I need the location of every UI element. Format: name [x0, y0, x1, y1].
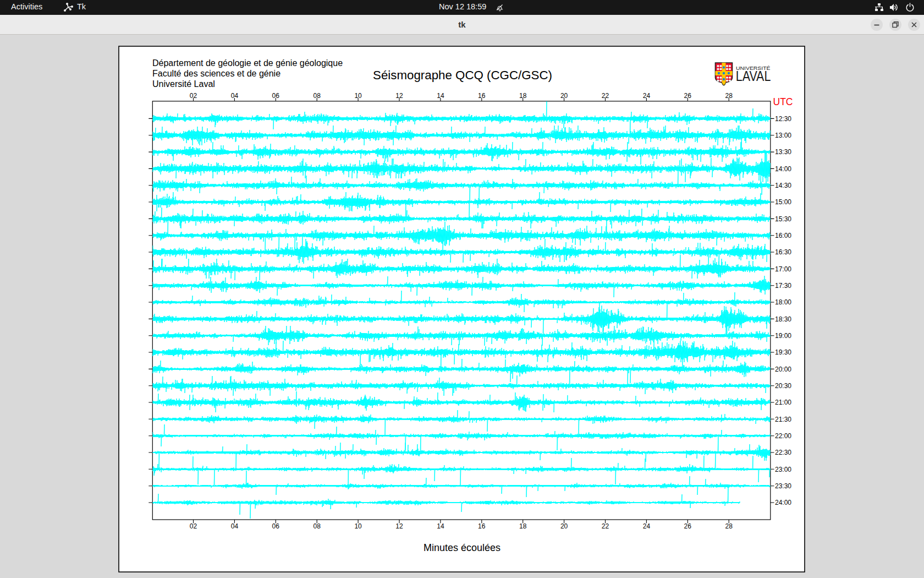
svg-text:Faculté des sciences et de gén: Faculté des sciences et de génie — [152, 69, 280, 78]
svg-text:23:30: 23:30 — [775, 482, 791, 490]
svg-text:16:30: 16:30 — [775, 248, 791, 256]
svg-text:19:00: 19:00 — [775, 332, 791, 340]
svg-text:14:00: 14:00 — [775, 165, 791, 173]
svg-text:22:00: 22:00 — [775, 432, 791, 440]
svg-text:UTC: UTC — [773, 96, 793, 107]
svg-text:18: 18 — [519, 522, 527, 530]
svg-text:17:30: 17:30 — [775, 282, 791, 290]
svg-text:16:00: 16:00 — [775, 232, 791, 239]
svg-text:Département de géologie et de: Département de géologie et de génie géol… — [152, 58, 343, 68]
svg-text:16: 16 — [478, 522, 486, 530]
svg-text:20: 20 — [560, 522, 568, 530]
svg-text:08: 08 — [314, 522, 321, 530]
svg-text:21:00: 21:00 — [775, 399, 791, 406]
svg-text:14:30: 14:30 — [775, 182, 791, 189]
svg-text:22:30: 22:30 — [775, 449, 791, 456]
svg-text:Université Laval: Université Laval — [152, 79, 215, 89]
svg-text:14: 14 — [437, 522, 444, 530]
svg-text:12:30: 12:30 — [775, 115, 791, 123]
svg-text:21:30: 21:30 — [775, 416, 791, 423]
svg-text:LAVAL: LAVAL — [736, 68, 771, 84]
svg-text:12: 12 — [395, 522, 403, 530]
svg-text:23:00: 23:00 — [775, 466, 791, 473]
svg-text:06: 06 — [272, 522, 280, 530]
svg-text:Minutes écoulées: Minutes écoulées — [424, 542, 501, 553]
svg-text:28: 28 — [725, 522, 733, 530]
svg-text:24:00: 24:00 — [775, 499, 791, 506]
svg-text:15:30: 15:30 — [775, 215, 791, 223]
svg-text:24: 24 — [643, 522, 651, 530]
svg-text:Séismographe QCQ (CGC/GSC): Séismographe QCQ (CGC/GSC) — [373, 68, 552, 82]
svg-text:18:30: 18:30 — [775, 315, 791, 323]
svg-text:19:30: 19:30 — [775, 348, 791, 356]
svg-text:20:30: 20:30 — [775, 382, 791, 390]
svg-text:04: 04 — [231, 522, 239, 530]
svg-text:13:00: 13:00 — [775, 132, 791, 139]
svg-text:18:00: 18:00 — [775, 298, 791, 306]
svg-text:26: 26 — [684, 522, 692, 530]
svg-text:17:00: 17:00 — [775, 265, 791, 273]
svg-text:15:00: 15:00 — [775, 198, 791, 206]
svg-text:10: 10 — [354, 522, 362, 530]
svg-text:20:00: 20:00 — [775, 366, 791, 373]
svg-text:22: 22 — [602, 522, 609, 530]
svg-text:13:30: 13:30 — [775, 148, 791, 156]
svg-text:02: 02 — [190, 522, 197, 530]
